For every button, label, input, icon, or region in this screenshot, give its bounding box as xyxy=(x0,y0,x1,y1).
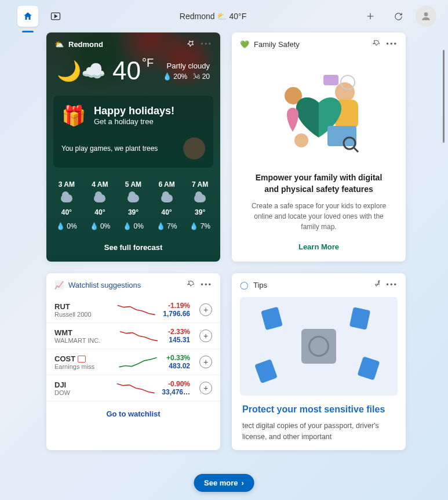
ticker-name: DOW xyxy=(54,389,110,396)
price: 483.02 xyxy=(166,362,190,370)
hourly-forecast: 3 AM40°💧 0% 4 AM40°💧 0% 5 AM39°💧 0% 6 AM… xyxy=(46,172,220,236)
sparkline xyxy=(115,302,157,317)
wind-value: 🌬 20 xyxy=(193,73,210,81)
ticker-name: WALMART INC. xyxy=(54,337,110,344)
add-to-watchlist-button[interactable]: + xyxy=(199,329,212,342)
svg-point-5 xyxy=(294,133,308,147)
change-pct: -1.19% xyxy=(163,302,190,310)
tips-heading: Protect your most sensitive files xyxy=(242,404,395,416)
price: 1,796.66 xyxy=(163,310,190,318)
weather-title: Redmond xyxy=(68,40,103,49)
ticker-symbol: COST xyxy=(54,354,110,363)
weather-widget: ⛅ Redmond ••• 🌙☁️ 40°F Partly cloudy 💧 2… xyxy=(46,32,220,262)
chevron-right-icon: › xyxy=(242,479,244,487)
forecast-hour[interactable]: 7 AM39°💧 7% xyxy=(190,180,210,230)
add-to-watchlist-button[interactable]: + xyxy=(199,356,212,368)
current-temp: 40 xyxy=(112,56,141,85)
tree-seed-icon xyxy=(183,137,205,160)
change-pct: -0.90% xyxy=(162,380,190,388)
change-pct: +0.33% xyxy=(166,354,190,362)
holiday-title: Happy holidays! xyxy=(94,105,174,117)
pin-icon[interactable] xyxy=(372,280,380,290)
watchlist-row[interactable]: COSTEarnings miss+0.33%483.02+ xyxy=(46,349,220,375)
pin-icon[interactable] xyxy=(187,280,195,290)
watchlist-row[interactable]: WMTWALMART INC.-2.33%145.31+ xyxy=(46,323,220,349)
family-heading: Empower your family with digital and phy… xyxy=(248,172,389,195)
condition-text: Partly cloudy xyxy=(163,61,210,70)
tips-illustration xyxy=(240,297,398,396)
sun-cloud-icon: ⛅ xyxy=(217,12,227,21)
topbar-weather[interactable]: Redmond ⛅ 40°F xyxy=(180,12,246,21)
forecast-hour[interactable]: 5 AM39°💧 0% xyxy=(123,180,144,230)
tips-icon: ◯ xyxy=(240,281,249,289)
cloud-icon xyxy=(94,194,105,202)
sparkline xyxy=(115,328,162,343)
ticker-name: Earnings miss xyxy=(54,363,110,370)
weather-icon: ⛅ xyxy=(54,40,64,49)
moon-cloud-icon: 🌙☁️ xyxy=(57,59,105,82)
ticker-symbol: RUT xyxy=(54,302,110,311)
topbar-temp: 40°F xyxy=(229,12,246,21)
holiday-sub: Get a holiday tree xyxy=(94,117,174,126)
see-more-button[interactable]: See more › xyxy=(194,474,254,492)
more-icon[interactable]: ••• xyxy=(386,280,398,290)
svg-rect-6 xyxy=(327,126,356,146)
ticker-name: Russell 2000 xyxy=(54,311,110,318)
family-body: Create a safe space for your kids to exp… xyxy=(248,201,389,232)
cloud-icon xyxy=(61,194,72,202)
svg-rect-10 xyxy=(323,75,338,85)
add-to-watchlist-button[interactable]: + xyxy=(199,382,212,394)
go-to-watchlist-link[interactable]: Go to watchlist xyxy=(46,401,220,426)
video-tab[interactable] xyxy=(45,6,66,27)
forecast-hour[interactable]: 4 AM40°💧 0% xyxy=(90,180,111,230)
forecast-hour[interactable]: 6 AM40°💧 7% xyxy=(156,180,177,230)
family-safety-widget: 💚 Family Safety ••• xyxy=(232,32,406,262)
temp-unit: °F xyxy=(142,56,154,69)
pin-icon[interactable] xyxy=(187,39,195,49)
ticker-symbol: DJI xyxy=(54,381,110,389)
pin-icon[interactable] xyxy=(372,39,380,49)
price: 145.31 xyxy=(168,336,190,344)
sparkline xyxy=(115,354,161,369)
precip-value: 💧 20% xyxy=(163,73,187,81)
price: 33,476… xyxy=(162,388,190,396)
calendar-icon xyxy=(78,356,86,363)
heart-shield-icon: 💚 xyxy=(240,40,249,49)
add-button[interactable] xyxy=(360,6,381,27)
holiday-promo[interactable]: 🎁 Happy holidays! Get a holiday tree You… xyxy=(53,96,213,168)
profile-button[interactable] xyxy=(416,6,436,27)
svg-line-8 xyxy=(354,147,358,152)
more-icon[interactable]: ••• xyxy=(201,280,212,290)
watchlist-title: Watchlist suggestions xyxy=(68,281,141,289)
tips-title: Tips xyxy=(253,281,267,289)
family-illustration xyxy=(232,56,406,172)
more-icon[interactable]: ••• xyxy=(201,39,212,49)
stocks-icon: 📈 xyxy=(54,281,64,289)
topbar-location: Redmond xyxy=(180,12,215,21)
holiday-line: You play games, we plant trees xyxy=(61,144,158,153)
watchlist-row[interactable]: DJIDOW-0.90%33,476…+ xyxy=(46,375,220,401)
forecast-hour[interactable]: 3 AM40°💧 0% xyxy=(56,180,77,230)
ticker-symbol: WMT xyxy=(54,328,110,337)
tips-widget: ◯ Tips ••• Protect your most sensitive f… xyxy=(232,273,406,450)
cloud-icon xyxy=(128,194,139,202)
watchlist-widget: 📈 Watchlist suggestions ••• RUTRussell 2… xyxy=(46,273,220,450)
tips-body-text: tect digital copies of your passport, dr… xyxy=(242,421,395,443)
learn-more-link[interactable]: Learn More xyxy=(232,232,406,262)
cloud-icon xyxy=(161,194,173,202)
gift-icon: 🎁 xyxy=(61,104,86,127)
svg-point-3 xyxy=(335,82,355,102)
sparkline xyxy=(115,381,156,396)
cloud-icon xyxy=(194,194,206,202)
change-pct: -2.33% xyxy=(168,328,190,336)
svg-point-1 xyxy=(424,12,428,16)
home-tab[interactable] xyxy=(17,6,38,27)
see-forecast-link[interactable]: See full forecast xyxy=(46,236,220,259)
refresh-button[interactable] xyxy=(388,6,409,27)
add-to-watchlist-button[interactable]: + xyxy=(199,303,212,316)
watchlist-row[interactable]: RUTRussell 2000-1.19%1,796.66+ xyxy=(46,297,220,323)
more-icon[interactable]: ••• xyxy=(386,39,398,49)
family-title: Family Safety xyxy=(254,40,300,49)
